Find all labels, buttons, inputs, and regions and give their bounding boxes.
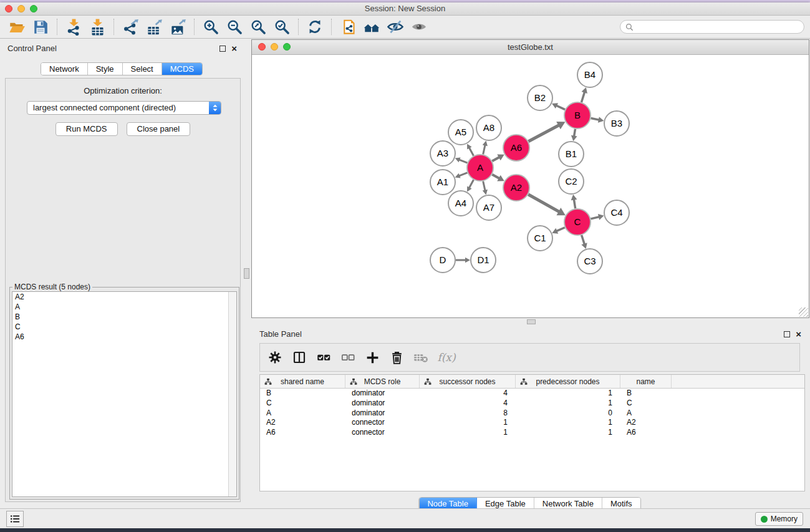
run-mcds-button[interactable]: Run MCDS	[55, 122, 118, 136]
export-network-button[interactable]	[118, 17, 142, 37]
zoom-selected-button[interactable]	[270, 17, 294, 37]
graph-node-D[interactable]: D	[430, 248, 455, 273]
delete-column-button[interactable]	[385, 347, 408, 368]
table-cell[interactable]: A6	[620, 428, 672, 438]
zoom-fit-button[interactable]	[246, 17, 270, 37]
column-header-predecessor-nodes[interactable]: predecessor nodes	[516, 375, 620, 388]
import-table-button[interactable]	[85, 17, 109, 37]
graph-edge-A-A5[interactable]	[467, 143, 473, 155]
graph-edge-C-C1[interactable]	[552, 228, 565, 234]
graph-node-B4[interactable]: B4	[577, 62, 602, 87]
home-button[interactable]	[360, 17, 383, 37]
float-panel-icon[interactable]	[219, 46, 226, 52]
graph-node-B3[interactable]: B3	[604, 111, 629, 136]
clone-network-button[interactable]	[336, 17, 360, 37]
column-header-name[interactable]: name	[620, 375, 672, 388]
graph-edge-C-C4[interactable]	[591, 214, 604, 220]
window-resize-grip[interactable]	[799, 307, 808, 317]
optimization-criterion-select[interactable]: largest connected component (directed)	[27, 101, 221, 115]
table-cell[interactable]: 0	[516, 409, 620, 418]
table-row[interactable]: Adominator80A	[260, 409, 804, 418]
deselect-all-columns-button[interactable]	[337, 347, 359, 368]
graph-edge-B-B1[interactable]	[571, 129, 577, 142]
table-cell[interactable]: A2	[620, 418, 672, 428]
table-cell[interactable]: A	[260, 409, 345, 418]
graph-edge-A6-B[interactable]	[528, 122, 565, 142]
tab-network[interactable]: Network	[41, 63, 88, 75]
graph-node-A5[interactable]: A5	[448, 120, 473, 145]
graph-node-D1[interactable]: D1	[471, 248, 496, 273]
graph-edge-B-B4[interactable]	[581, 87, 587, 102]
zoom-in-button[interactable]	[199, 17, 223, 37]
search-input[interactable]	[637, 22, 799, 31]
mcds-result-item[interactable]: C	[12, 322, 236, 332]
table-cell[interactable]: 1	[516, 399, 620, 409]
mcds-result-item[interactable]: B	[12, 312, 236, 322]
table-row[interactable]: Bdominator41B	[260, 389, 804, 399]
graph-edge-A-A2[interactable]	[492, 175, 504, 181]
export-image-button[interactable]	[166, 17, 190, 37]
table-cell[interactable]: A6	[260, 428, 345, 438]
table-cell[interactable]: B	[620, 389, 672, 399]
graph-node-A2[interactable]: A2	[503, 175, 529, 201]
column-header-mcds-role[interactable]: MCDS role	[345, 375, 420, 388]
table-cell[interactable]: C	[620, 399, 672, 409]
table-cell[interactable]: 1	[516, 389, 620, 399]
table-row[interactable]: A6connector11A6	[260, 428, 804, 438]
graph-edge-A-A4[interactable]	[467, 180, 473, 191]
graph-node-B1[interactable]: B1	[559, 142, 584, 167]
mcds-result-item[interactable]: A	[12, 302, 236, 312]
close-panel-button[interactable]: Close panel	[127, 122, 191, 136]
graph-edge-C-C3[interactable]	[581, 235, 587, 249]
graph-node-A7[interactable]: A7	[476, 195, 501, 220]
table-cell[interactable]: 8	[420, 409, 516, 418]
table-cell[interactable]: 1	[516, 418, 620, 428]
graph-edge-B-B2[interactable]	[552, 103, 565, 110]
tab-style[interactable]: Style	[88, 63, 123, 75]
table-cell[interactable]: C	[260, 399, 345, 409]
graph-edge-C-C2[interactable]	[571, 195, 577, 209]
table-cell[interactable]: 4	[420, 399, 516, 409]
graph-edge-A2-C[interactable]	[528, 195, 566, 215]
graph-edge-B-B3[interactable]	[591, 117, 604, 123]
memory-button[interactable]: Memory	[755, 512, 803, 526]
vertical-splitter-handle[interactable]	[244, 268, 249, 279]
table-settings-button[interactable]	[264, 347, 286, 368]
zoom-out-button[interactable]	[223, 17, 246, 37]
graph-edge-A-A6[interactable]	[492, 155, 504, 162]
float-table-panel-icon[interactable]	[784, 331, 790, 337]
close-panel-icon[interactable]: ×	[231, 46, 237, 52]
graph-node-A1[interactable]: A1	[430, 170, 455, 195]
table-row[interactable]: A2connector11A2	[260, 418, 804, 428]
graph-node-C[interactable]: C	[564, 209, 591, 235]
graph-edge-A-A7[interactable]	[483, 181, 488, 195]
graph-node-C4[interactable]: C4	[604, 200, 629, 225]
table-cell[interactable]: 1	[516, 428, 620, 438]
hide-graphics-details-button[interactable]	[383, 17, 407, 37]
task-history-button[interactable]	[6, 511, 24, 527]
table-cell[interactable]: dominator	[345, 409, 420, 418]
table-cell[interactable]: dominator	[345, 399, 420, 409]
table-cell[interactable]: 1	[420, 428, 516, 438]
export-table-button[interactable]	[142, 17, 166, 37]
table-cell[interactable]: 4	[420, 389, 516, 399]
save-session-button[interactable]	[29, 17, 52, 37]
mcds-result-item[interactable]: A6	[12, 332, 236, 342]
show-columns-button[interactable]	[288, 347, 311, 368]
close-table-panel-icon[interactable]: ×	[796, 331, 801, 337]
graph-node-B[interactable]: B	[564, 102, 591, 128]
select-all-columns-button[interactable]	[312, 347, 335, 368]
graph-node-B2[interactable]: B2	[528, 85, 552, 110]
table-cell[interactable]: A2	[260, 418, 345, 428]
network-window-title-bar[interactable]: testGlobe.txt	[252, 40, 809, 55]
table-cell[interactable]: B	[260, 389, 345, 399]
scrollbar-track[interactable]	[228, 292, 236, 496]
tab-select[interactable]: Select	[123, 63, 162, 75]
tab-mcds[interactable]: MCDS	[162, 63, 202, 75]
graph-node-A3[interactable]: A3	[430, 141, 455, 166]
graph-node-A6[interactable]: A6	[503, 135, 529, 161]
graph-edge-A-A1[interactable]	[455, 173, 468, 178]
node-table[interactable]: shared nameMCDS rolesuccessor nodesprede…	[259, 374, 805, 491]
table-row[interactable]: Cdominator41C	[260, 399, 804, 409]
table-cell[interactable]: 1	[420, 418, 516, 428]
